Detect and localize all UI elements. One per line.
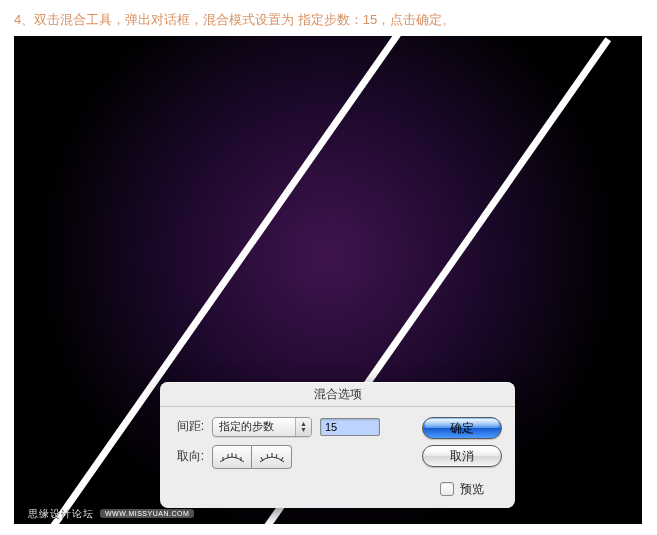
stepper-arrows-icon[interactable]: ▲▼ (295, 418, 311, 436)
ok-button[interactable]: 确定 (422, 417, 502, 439)
spacing-mode-value: 指定的步数 (219, 419, 274, 434)
align-path-icon (258, 450, 286, 464)
align-page-icon (218, 450, 246, 464)
spacing-mode-select[interactable]: 指定的步数 ▲▼ (212, 417, 312, 437)
instruction-text: 4、双击混合工具，弹出对话框，混合模式设置为 指定步数：15，点击确定。 (0, 0, 657, 36)
spacing-label: 间距: (172, 418, 204, 435)
orientation-row: 取向: (172, 445, 419, 469)
dialog-body: 间距: 指定的步数 ▲▼ 15 取向: (160, 407, 515, 508)
blend-options-dialog: 混合选项 间距: 指定的步数 ▲▼ 15 取向: (160, 382, 515, 508)
orientation-group (212, 445, 292, 469)
orientation-label: 取向: (172, 448, 204, 465)
cancel-button[interactable]: 取消 (422, 445, 502, 467)
watermark: 思缘设计论坛 WWW.MISSYUAN.COM (28, 507, 194, 521)
watermark-site: 思缘设计论坛 (28, 507, 94, 521)
preview-row: 预览 (440, 481, 484, 498)
dialog-title: 混合选项 (160, 382, 515, 407)
orientation-align-path-button[interactable] (252, 445, 292, 469)
preview-label: 预览 (460, 481, 484, 498)
watermark-url: WWW.MISSYUAN.COM (100, 509, 194, 518)
orientation-align-page-button[interactable] (212, 445, 252, 469)
spacing-value-input[interactable]: 15 (320, 418, 380, 436)
preview-checkbox[interactable] (440, 482, 454, 496)
canvas: 混合选项 间距: 指定的步数 ▲▼ 15 取向: (14, 36, 642, 524)
spacing-row: 间距: 指定的步数 ▲▼ 15 (172, 417, 419, 437)
